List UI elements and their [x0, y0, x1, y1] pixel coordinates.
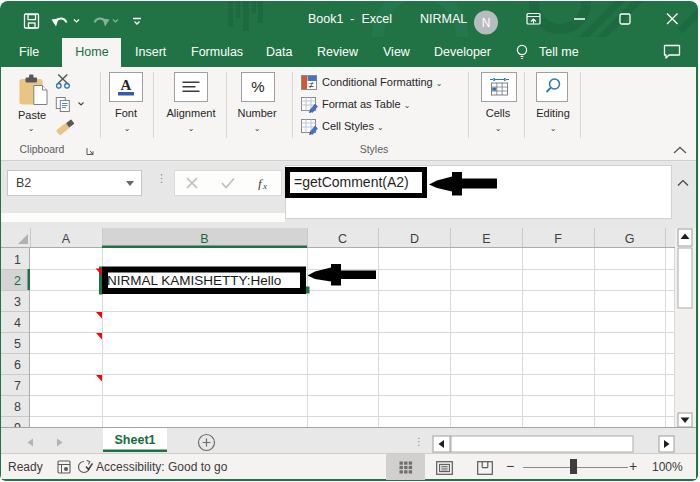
svg-text:N: N	[482, 16, 491, 30]
svg-text:E: E	[482, 232, 490, 246]
svg-text:⋮: ⋮	[414, 436, 424, 447]
svg-text:Sheet1: Sheet1	[115, 433, 156, 447]
svg-text:A: A	[121, 77, 132, 93]
svg-text:7: 7	[14, 379, 21, 393]
svg-text:C: C	[338, 232, 347, 246]
svg-text:5: 5	[14, 337, 21, 351]
svg-text:≠: ≠	[309, 80, 314, 90]
svg-text:D: D	[410, 232, 419, 246]
svg-text:G: G	[625, 232, 635, 246]
svg-text:NIRMAL KAMISHETTY:Hello: NIRMAL KAMISHETTY:Hello	[107, 273, 281, 288]
svg-text:B: B	[200, 232, 208, 246]
svg-text:3: 3	[14, 295, 21, 309]
svg-text:1: 1	[14, 253, 21, 267]
svg-text:F: F	[554, 232, 562, 246]
svg-text:2: 2	[14, 274, 21, 288]
svg-text:6: 6	[14, 358, 21, 372]
svg-text:A: A	[62, 232, 71, 246]
svg-text:8: 8	[14, 400, 21, 414]
svg-text:4: 4	[14, 316, 21, 330]
